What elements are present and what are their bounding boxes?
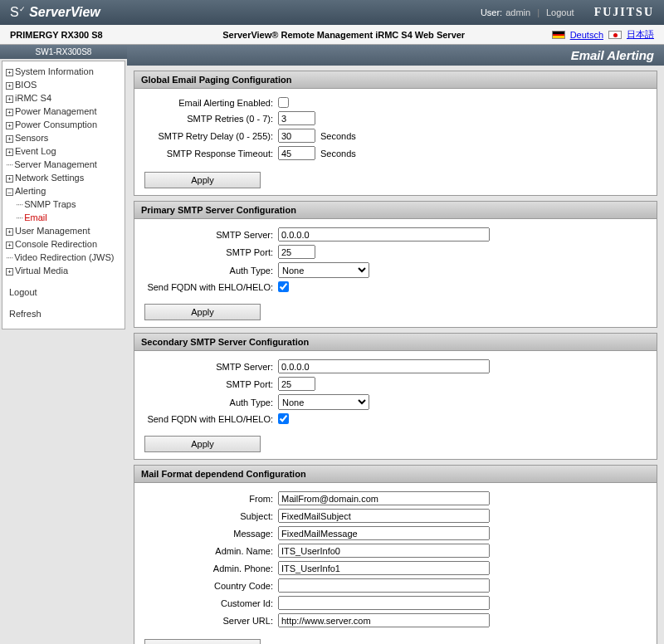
input-message[interactable]	[278, 526, 490, 540]
input-smtp-retries[interactable]	[278, 111, 315, 125]
input-subject[interactable]	[278, 509, 490, 523]
label-country: Country Code:	[144, 581, 273, 591]
unit-seconds: Seconds	[320, 131, 356, 141]
label-admin-name: Admin. Name:	[144, 546, 273, 556]
nav-logout[interactable]: Logout	[9, 287, 37, 297]
input-primary-server[interactable]	[278, 227, 490, 242]
nav-bios[interactable]: +BIOS	[4, 78, 123, 91]
checkbox-email-enabled[interactable]	[278, 97, 289, 108]
input-retry-delay[interactable]	[278, 129, 315, 143]
label-secondary-fqdn: Send FQDN with EHLO/HELO:	[144, 414, 273, 424]
unit-seconds: Seconds	[320, 149, 356, 159]
checkbox-secondary-fqdn[interactable]	[278, 413, 289, 424]
nav-power-consumption[interactable]: +Power Consumption	[4, 118, 123, 131]
label-primary-server: SMTP Server:	[144, 230, 273, 240]
label-secondary-server: SMTP Server:	[144, 362, 273, 372]
nav-irmc[interactable]: +iRMC S4	[4, 91, 123, 105]
input-server-url[interactable]	[278, 613, 490, 627]
nav-network-settings[interactable]: +Network Settings	[4, 171, 123, 184]
nav-system-information[interactable]: +System Information	[4, 65, 123, 78]
label-secondary-port: SMTP Port:	[144, 379, 273, 389]
nav-tree: +System Information +BIOS +iRMC S4 +Powe…	[2, 61, 125, 329]
label-message: Message:	[144, 529, 273, 539]
select-secondary-auth[interactable]: None	[278, 394, 369, 410]
user-label: User:	[481, 7, 502, 17]
product-title: ServerView® Remote Management iRMC S4 We…	[136, 30, 552, 40]
label-from: From:	[144, 494, 273, 504]
panel-mailformat: Mail Format dependend Configuration From…	[134, 465, 657, 644]
label-customer: Customer Id:	[144, 598, 273, 608]
fujitsu-logo: FUJITSU	[594, 6, 654, 19]
sub-header: PRIMERGY RX300 S8 ServerView® Remote Man…	[0, 25, 664, 45]
label-smtp-retries: SMTP Retries (0 - 7):	[144, 114, 273, 124]
label-email-enabled: Email Alerting Enabled:	[144, 98, 273, 108]
input-customer[interactable]	[278, 596, 490, 610]
label-response-timeout: SMTP Response Timeout:	[144, 149, 273, 159]
label-primary-port: SMTP Port:	[144, 247, 273, 257]
label-admin-phone: Admin. Phone:	[144, 564, 273, 573]
nav-power-management[interactable]: +Power Management	[4, 105, 123, 118]
apply-button-primary[interactable]: Apply	[144, 304, 261, 320]
checkbox-primary-fqdn[interactable]	[278, 281, 289, 292]
top-header: S✓ ServerView User: admin | Logout FUJIT…	[0, 0, 664, 25]
nav-console-redirection[interactable]: +Console Redirection	[4, 237, 123, 251]
label-primary-auth: Auth Type:	[144, 266, 273, 276]
panel-primary: Primary SMTP Server Configuration SMTP S…	[134, 201, 657, 328]
label-secondary-auth: Auth Type:	[144, 398, 273, 407]
device-name: PRIMERGY RX300 S8	[10, 30, 103, 40]
input-from[interactable]	[278, 491, 490, 505]
lang-jp-link[interactable]: 日本語	[627, 28, 654, 41]
input-primary-port[interactable]	[278, 245, 315, 259]
label-retry-delay: SMTP Retry Delay (0 - 255):	[144, 131, 273, 141]
input-admin-name[interactable]	[278, 544, 490, 558]
breadcrumb: SW1-RX300S8	[0, 45, 127, 59]
nav-refresh[interactable]: Refresh	[9, 309, 42, 319]
nav-server-management[interactable]: ····Server Management	[4, 158, 123, 171]
panel-secondary: Secondary SMTP Server Configuration SMTP…	[134, 333, 657, 460]
apply-button-mailformat[interactable]: Apply	[144, 639, 261, 644]
input-secondary-port[interactable]	[278, 377, 315, 391]
flag-de-icon	[552, 31, 565, 39]
flag-jp-icon	[608, 31, 622, 39]
user-link[interactable]: admin	[505, 7, 530, 17]
select-primary-auth[interactable]: None	[278, 262, 369, 278]
label-server-url: Server URL:	[144, 616, 273, 626]
nav-email[interactable]: ····Email	[4, 211, 123, 224]
content: Email Alerting Global Email Paging Confi…	[127, 45, 664, 644]
apply-button-secondary[interactable]: Apply	[144, 436, 261, 452]
panel-primary-heading: Primary SMTP Server Configuration	[134, 202, 657, 219]
nav-user-management[interactable]: +User Management	[4, 224, 123, 237]
panel-global-heading: Global Email Paging Configuration	[134, 71, 657, 89]
panel-secondary-heading: Secondary SMTP Server Configuration	[134, 334, 657, 351]
panel-global: Global Email Paging Configuration Email …	[134, 71, 657, 196]
nav-sensors[interactable]: +Sensors	[4, 131, 123, 144]
input-response-timeout[interactable]	[278, 146, 315, 160]
panel-mailformat-heading: Mail Format dependend Configuration	[134, 466, 657, 483]
sidebar: SW1-RX300S8 +System Information +BIOS +i…	[0, 45, 127, 644]
nav-alerting[interactable]: –Alerting	[4, 184, 123, 198]
nav-event-log[interactable]: +Event Log	[4, 144, 123, 158]
nav-video-redirection[interactable]: ····Video Redirection (JWS)	[4, 251, 123, 264]
input-secondary-server[interactable]	[278, 359, 490, 373]
nav-virtual-media[interactable]: +Virtual Media	[4, 264, 123, 277]
page-title: Email Alerting	[127, 45, 664, 66]
serverview-logo: S✓ ServerView	[10, 5, 100, 20]
apply-button-global[interactable]: Apply	[144, 172, 261, 188]
logout-link[interactable]: Logout	[546, 7, 574, 17]
nav-snmp-traps[interactable]: ····SNMP Traps	[4, 198, 123, 211]
input-admin-phone[interactable]	[278, 561, 490, 575]
input-country[interactable]	[278, 578, 490, 593]
label-primary-fqdn: Send FQDN with EHLO/HELO:	[144, 282, 273, 292]
lang-de-link[interactable]: Deutsch	[570, 30, 603, 40]
label-subject: Subject:	[144, 511, 273, 521]
